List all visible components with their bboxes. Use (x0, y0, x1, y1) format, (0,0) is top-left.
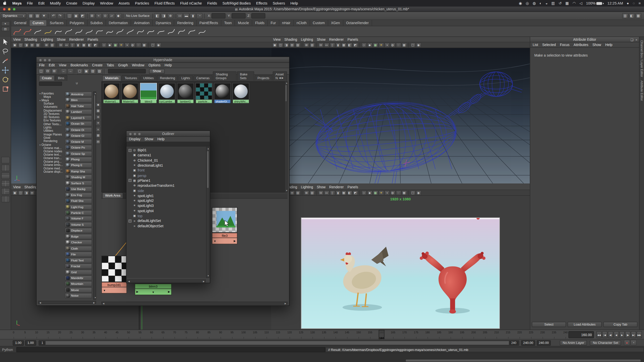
create-node-file[interactable]: File (65, 252, 92, 257)
panel-menu-shading[interactable]: Shading (24, 37, 37, 41)
outliner-item-defaultlightset[interactable]: +≡defaultLightSet (128, 218, 207, 223)
menubar-item-fluid-effects[interactable]: Fluid Effects (154, 1, 175, 5)
zoom-window-button[interactable] (48, 59, 51, 61)
snap-to-grid-icon[interactable]: ⊞ (89, 13, 95, 19)
close-window-button[interactable] (39, 59, 42, 61)
play-forwards-button[interactable]: ▶ (619, 331, 625, 338)
film-gate-icon[interactable]: ▭ (324, 42, 329, 48)
swatch-size-icon[interactable]: ▦ (96, 133, 101, 138)
two-pane-stacked-layout[interactable] (1, 172, 10, 179)
two-pane-side-layout[interactable] (1, 165, 10, 171)
create-node-grid[interactable]: Grid (65, 269, 92, 275)
close-window-button[interactable] (129, 132, 132, 135)
outliner-item-top[interactable]: ▣top (128, 213, 207, 218)
ae-menu-list[interactable]: List (533, 43, 538, 47)
snap-to-view-plane-icon[interactable]: ▱ (109, 13, 115, 19)
ae-menu-help[interactable]: Help (605, 43, 613, 47)
expand-arrow-icon[interactable]: ▼ (103, 289, 106, 292)
field-chart-icon[interactable]: ▦ (341, 42, 346, 48)
menubar-item-fields[interactable]: Fields (207, 1, 217, 5)
range-slider[interactable]: 1240 (38, 340, 519, 345)
tab-work-area[interactable]: Work Area (102, 193, 124, 198)
snap-to-curve-icon[interactable]: ≈ (96, 13, 102, 19)
horizontal-scrollbar[interactable] (406, 359, 641, 361)
hypershade-tab-utilities[interactable]: Utilities (140, 75, 157, 81)
clear-graph-icon[interactable]: ▢ (76, 68, 83, 74)
outliner-titlebar[interactable]: Outliner (127, 131, 210, 137)
create-node-octane-po[interactable]: Octane Po (65, 145, 92, 150)
panel-menu-show[interactable]: Show (317, 37, 326, 41)
pan-zoom-icon[interactable]: ⊞ (44, 42, 49, 48)
input-connections-icon[interactable]: ◧ (154, 13, 160, 19)
playback-end-field[interactable]: 240.00 (521, 340, 535, 345)
graph-materials-icon[interactable]: ▣ (83, 68, 89, 74)
window-titlebar[interactable]: ▤Autodesk Maya 2015: /Users/bberman/Drop… (0, 7, 644, 12)
make-live-icon[interactable]: ◆ (115, 13, 121, 19)
menubar-item-assets[interactable]: Assets (118, 1, 130, 5)
toggle-create-bar-icon[interactable]: ◫ (38, 68, 44, 74)
step-back-key-button[interactable]: ◀| (608, 331, 613, 338)
material-swatch-material1[interactable]: Material1... (103, 83, 120, 104)
notification-center-icon[interactable]: ≡ (638, 1, 641, 5)
film-gate-icon[interactable]: ▭ (64, 42, 69, 48)
x-coordinate-field[interactable] (212, 13, 226, 18)
bin-icon[interactable]: ∪ (74, 81, 79, 86)
offset-curve[interactable] (177, 26, 186, 36)
xray-icon[interactable]: ▢ (410, 190, 415, 195)
material-swatch-shinywhi[interactable]: shinyWhi... (232, 83, 249, 104)
create-node-mandelbr[interactable]: Mandelbr (65, 275, 92, 281)
safe-title-icon[interactable]: ◩ (353, 190, 358, 195)
menubar-item-fluid-ncache[interactable]: Fluid nCache (180, 1, 202, 5)
select-by-hierarchy-icon[interactable]: ◫ (66, 13, 72, 19)
shaded-icon[interactable]: ◆ (107, 42, 112, 48)
create-node-octane-gl[interactable]: Octane Gl (65, 133, 92, 138)
outliner-item-bip01[interactable]: +◎Bip01 (128, 148, 207, 153)
volume-icon[interactable]: ◁ (580, 1, 582, 5)
lasso-tool[interactable] (1, 47, 10, 56)
create-node-movie[interactable]: Movie (65, 287, 92, 293)
output-arrow-icon[interactable]: ▶ (168, 290, 170, 293)
motion-blur-icon[interactable]: ◌ (136, 42, 141, 48)
layout-side-by-side-icon[interactable]: ⊞ (51, 68, 57, 74)
hypershade-tab-materials[interactable]: Materials (102, 75, 122, 81)
tree-item-octane-med[interactable]: Octane med... (38, 166, 64, 170)
create-node-layered-s[interactable]: Layered S (65, 115, 92, 120)
playback-start-field[interactable]: 1.00 (25, 340, 36, 345)
next-graph-icon[interactable]: → (67, 68, 73, 74)
tree-item-rendering[interactable]: Rendering (38, 139, 64, 143)
expand-icon[interactable]: + (129, 149, 131, 152)
tab-scroll-left-icon[interactable]: ◀ (279, 76, 281, 81)
display-icon[interactable]: ▥ (551, 1, 555, 5)
character-set-button[interactable]: No Character Set (590, 340, 621, 345)
menubar-item-solvers[interactable]: Solvers (273, 1, 285, 5)
minimize-window-button[interactable] (134, 132, 136, 135)
panel-menu-renderer[interactable]: Renderer (329, 37, 344, 41)
create-search-field[interactable] (39, 82, 62, 86)
shelf-tab-polygons[interactable]: Polygons (67, 20, 88, 26)
panel-close-icon[interactable]: × (634, 37, 639, 43)
bookmarks-icon[interactable]: ▤ (289, 42, 295, 48)
create-node-use-backg[interactable]: Use Backg (65, 187, 92, 192)
menubar-item-edit[interactable]: Edit (38, 1, 45, 5)
tree-item-env-textures[interactable]: Env Textures (38, 119, 64, 122)
project-curve[interactable] (197, 26, 207, 36)
attach-curves[interactable] (74, 26, 84, 36)
ae-menu-show[interactable]: Show (592, 43, 601, 47)
redo-icon[interactable]: ↷ (57, 13, 63, 19)
material-swatch-material1[interactable]: Material1... (122, 83, 138, 104)
select-camera-icon[interactable]: ▣ (272, 42, 277, 48)
ae-menu-focus[interactable]: Focus (560, 43, 570, 47)
hypershade-menu-graph[interactable]: Graph (118, 63, 128, 67)
shelf-tab-ncloth[interactable]: nCloth (294, 20, 310, 26)
select-camera-icon[interactable]: ▣ (12, 42, 17, 48)
move-seam[interactable] (115, 26, 125, 36)
create-node-ramp-sha[interactable]: Ramp Sha (65, 169, 92, 174)
viewport-top-right[interactable]: ViewShadingLightingShowRendererPanels ▣◫… (271, 37, 530, 184)
app-icon-4[interactable]: ◐ (540, 1, 542, 5)
hypershade-menu-create[interactable]: Create (92, 63, 103, 67)
render-settings-icon[interactable]: ◔ (196, 13, 203, 19)
four-pane-layout[interactable] (1, 180, 10, 187)
cut-curve[interactable] (125, 26, 135, 36)
create-node-fractal[interactable]: Fractal (65, 263, 92, 269)
menubar-item-soft-rigid-bodies[interactable]: Soft/Rigid Bodies (222, 1, 251, 5)
